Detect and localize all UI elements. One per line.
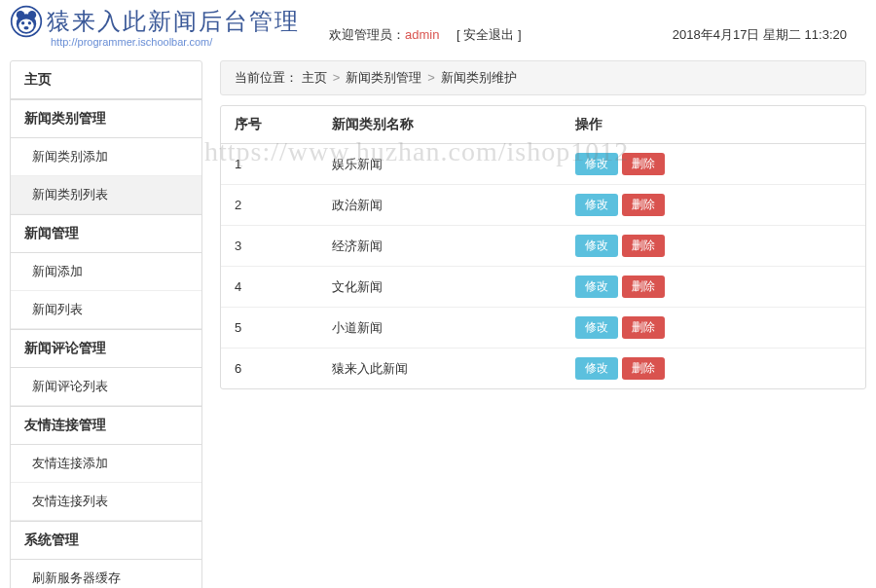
svg-point-5 xyxy=(21,21,24,24)
nav-group-header[interactable]: 主页 xyxy=(11,61,201,99)
main-content: 当前位置： 主页>新闻类别管理>新闻类别维护 序号 新闻类别名称 操作 1娱乐新… xyxy=(220,60,866,588)
delete-button[interactable]: 删除 xyxy=(622,276,665,298)
header: 猿来入此新闻后台管理 http://programmer.ischoolbar.… xyxy=(0,0,876,53)
sidebar-item[interactable]: 友情连接列表 xyxy=(11,483,201,521)
nav-group-header[interactable]: 新闻管理 xyxy=(11,214,201,253)
sidebar-item[interactable]: 新闻类别添加 xyxy=(11,138,201,176)
table-row: 3经济新闻修改删除 xyxy=(221,226,865,267)
cell-seq: 6 xyxy=(221,349,318,389)
breadcrumb-separator: > xyxy=(427,70,435,85)
edit-button[interactable]: 修改 xyxy=(575,235,618,257)
table-row: 1娱乐新闻修改删除 xyxy=(221,144,865,185)
breadcrumb-link[interactable]: 新闻类别管理 xyxy=(346,70,421,85)
cell-name: 娱乐新闻 xyxy=(318,144,562,185)
monkey-logo-icon xyxy=(10,5,43,38)
delete-button[interactable]: 删除 xyxy=(622,316,665,339)
table-row: 4文化新闻修改删除 xyxy=(221,267,865,308)
edit-button[interactable]: 修改 xyxy=(575,153,618,175)
cell-seq: 3 xyxy=(221,226,318,267)
sidebar-item[interactable]: 新闻添加 xyxy=(11,253,201,291)
breadcrumb: 当前位置： 主页>新闻类别管理>新闻类别维护 xyxy=(220,60,866,95)
svg-point-7 xyxy=(23,26,28,29)
cell-seq: 5 xyxy=(221,308,318,349)
cell-seq: 1 xyxy=(221,144,318,185)
sidebar-item[interactable]: 新闻评论列表 xyxy=(11,368,201,406)
cell-name: 小道新闻 xyxy=(318,308,562,349)
cell-ops: 修改删除 xyxy=(562,267,865,308)
cell-ops: 修改删除 xyxy=(562,349,865,389)
edit-button[interactable]: 修改 xyxy=(575,357,618,380)
delete-button[interactable]: 删除 xyxy=(622,357,665,380)
category-table: 序号 新闻类别名称 操作 1娱乐新闻修改删除2政治新闻修改删除3经济新闻修改删除… xyxy=(221,106,865,388)
table-row: 6猿来入此新闻修改删除 xyxy=(221,349,865,389)
cell-ops: 修改删除 xyxy=(562,185,865,226)
edit-button[interactable]: 修改 xyxy=(575,276,618,298)
svg-point-4 xyxy=(18,18,33,32)
edit-button[interactable]: 修改 xyxy=(575,194,618,216)
nav-group-header[interactable]: 新闻类别管理 xyxy=(11,99,201,138)
logo-area: 猿来入此新闻后台管理 http://programmer.ischoolbar.… xyxy=(10,5,300,48)
delete-button[interactable]: 删除 xyxy=(622,194,665,216)
sidebar-item[interactable]: 新闻类别列表 xyxy=(11,176,201,214)
cell-seq: 4 xyxy=(221,267,318,308)
cell-name: 政治新闻 xyxy=(318,185,562,226)
edit-button[interactable]: 修改 xyxy=(575,316,618,339)
nav-group-header[interactable]: 新闻评论管理 xyxy=(11,329,201,368)
th-name: 新闻类别名称 xyxy=(318,106,562,144)
sidebar-item[interactable]: 新闻列表 xyxy=(11,291,201,329)
logo-subtitle: http://programmer.ischoolbar.com/ xyxy=(51,36,300,48)
table-panel: 序号 新闻类别名称 操作 1娱乐新闻修改删除2政治新闻修改删除3经济新闻修改删除… xyxy=(220,105,866,389)
sidebar-item[interactable]: 刷新服务器缓存 xyxy=(11,560,201,588)
welcome-text: 欢迎管理员：admin [ 安全退出 ] xyxy=(329,26,522,44)
sidebar-item[interactable]: 友情连接添加 xyxy=(11,445,201,483)
delete-button[interactable]: 删除 xyxy=(622,235,665,257)
cell-ops: 修改删除 xyxy=(562,226,865,267)
th-seq: 序号 xyxy=(221,106,318,144)
logo-title: 猿来入此新闻后台管理 xyxy=(47,6,300,37)
table-row: 5小道新闻修改删除 xyxy=(221,308,865,349)
datetime-display: 2018年4月17日 星期二 11:3:20 xyxy=(673,26,847,44)
nav-group-header[interactable]: 友情连接管理 xyxy=(11,406,201,445)
cell-ops: 修改删除 xyxy=(562,144,865,185)
breadcrumb-separator: > xyxy=(333,70,341,85)
cell-name: 经济新闻 xyxy=(318,226,562,267)
table-row: 2政治新闻修改删除 xyxy=(221,185,865,226)
svg-point-6 xyxy=(28,21,31,24)
logout-link[interactable]: [ 安全退出 ] xyxy=(456,27,521,42)
breadcrumb-link[interactable]: 新闻类别维护 xyxy=(441,70,517,85)
admin-name: admin xyxy=(405,27,439,42)
breadcrumb-link[interactable]: 主页 xyxy=(302,70,327,85)
delete-button[interactable]: 删除 xyxy=(622,153,665,175)
cell-name: 猿来入此新闻 xyxy=(318,349,562,389)
nav-group-header[interactable]: 系统管理 xyxy=(11,521,201,560)
cell-seq: 2 xyxy=(221,185,318,226)
th-ops: 操作 xyxy=(562,106,865,144)
cell-ops: 修改删除 xyxy=(562,308,865,349)
sidebar: 主页新闻类别管理新闻类别添加新闻类别列表新闻管理新闻添加新闻列表新闻评论管理新闻… xyxy=(10,60,202,588)
cell-name: 文化新闻 xyxy=(318,267,562,308)
